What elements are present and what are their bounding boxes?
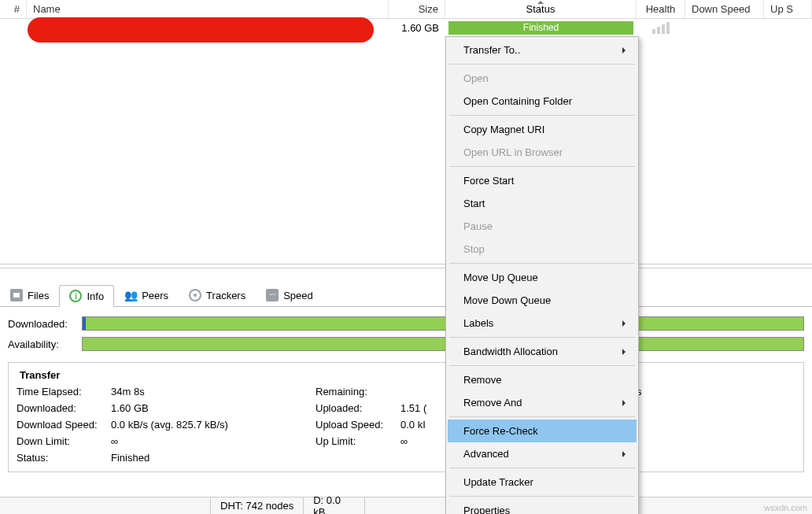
menu-open: Open [448,67,637,90]
column-header-status[interactable]: Status [445,0,637,18]
menu-transfer-to[interactable]: Transfer To.. [448,39,637,61]
column-header-downspeed[interactable]: Down Speed [685,0,764,18]
menu-stop: Stop [448,238,637,261]
time-elapsed-label: Time Elapsed: [17,386,111,398]
column-header-status-label: Status [526,3,555,15]
sort-ascending-icon [537,0,544,4]
status-label: Status: [17,452,111,464]
tab-files[interactable]: Files [0,284,59,306]
downloaded-bar-label: Downloaded: [8,318,76,330]
tab-peers-label: Peers [142,290,168,301]
menu-move-up-queue[interactable]: Move Up Queue [448,266,637,289]
menu-properties[interactable]: Properties [448,499,637,514]
chevron-right-icon [622,320,629,327]
menu-separator [449,166,635,167]
menu-force-start[interactable]: Force Start [448,169,637,192]
menu-move-down-queue[interactable]: Move Down Queue [448,289,637,312]
downloaded-bar [82,316,804,331]
speed-icon: 〰 [266,289,279,301]
tab-trackers-label: Trackers [206,290,245,301]
chevron-right-icon [622,47,629,54]
uploaded-label: Uploaded: [316,402,400,414]
menu-update-tracker[interactable]: Update Tracker [448,471,637,494]
menu-separator [449,496,635,497]
tab-info-label: Info [87,290,104,302]
menu-separator [449,115,635,116]
menu-separator [449,337,635,338]
down-limit-value: ∞ [111,435,316,447]
tab-speed[interactable]: 〰Speed [256,284,323,306]
info-icon: i [69,290,82,302]
tab-trackers[interactable]: Trackers [179,284,256,306]
column-header-row: # Name Size Status Health Down Speed Up … [0,0,812,19]
chevron-right-icon [622,349,629,355]
availability-bar-row: Availability: [8,334,804,354]
time-elapsed-value: 34m 8s [111,386,316,398]
download-speed-label: Download Speed: [17,419,111,431]
downloaded-label: Downloaded: [17,402,111,414]
menu-separator [449,416,635,417]
torrent-list: # Name Size Status Health Down Speed Up … [0,0,812,264]
column-header-upspeed[interactable]: Up S [764,0,812,18]
transfer-legend: Transfer [17,369,63,381]
chevron-right-icon [622,400,629,406]
tab-peers[interactable]: 👥Peers [114,284,179,306]
downloaded-bar-row: Downloaded: [8,313,804,334]
menu-copy-magnet-uri[interactable]: Copy Magnet URI [448,118,637,141]
details-tabs: Files iInfo 👥Peers Trackers 〰Speed [0,283,812,307]
redacted-name-overlay [28,17,374,43]
tab-speed-label: Speed [283,290,313,301]
status-dht[interactable]: DHT: 742 nodes [211,497,304,514]
status-down[interactable]: D: 0.0 kB [304,497,365,514]
menu-separator [449,365,635,366]
menu-remove[interactable]: Remove [448,368,637,391]
availability-bar-label: Availability: [8,338,76,350]
menu-start[interactable]: Start [448,192,637,215]
down-limit-label: Down Limit: [17,435,111,447]
torrent-size: 1.60 GB [389,22,445,34]
torrent-context-menu: Transfer To.. Open Open Containing Folde… [445,36,639,514]
health-bar-icon [662,24,665,34]
menu-remove-and[interactable]: Remove And [448,391,637,414]
status-value: Finished [111,452,316,464]
remaining-label: Remaining: [316,386,400,398]
column-header-index[interactable]: # [0,0,27,18]
torrent-progress-bar: Finished [448,21,633,35]
peers-icon: 👥 [124,289,137,301]
downloaded-value: 1.60 GB [111,402,316,414]
info-tab-body: Downloaded: Availability: Transfer Time … [0,307,812,480]
horizontal-splitter[interactable] [0,264,812,268]
status-bar: DHT: 742 nodes D: 0.0 kB B/s T: 18.9 MB [0,497,812,514]
transfer-group: Transfer Time Elapsed:34m 8s Remaining: … [8,362,804,472]
menu-labels[interactable]: Labels [448,312,637,335]
menu-labels-label: Labels [463,317,493,329]
upload-speed-label: Upload Speed: [316,419,400,431]
menu-open-containing-folder[interactable]: Open Containing Folder [448,90,637,113]
tab-info[interactable]: iInfo [59,285,114,307]
download-speed-value: 0.0 kB/s (avg. 825.7 kB/s) [111,419,316,431]
menu-open-url-in-browser: Open URL in Browser [448,141,637,164]
menu-bandwidth-allocation[interactable]: Bandwidth Allocation [448,340,637,363]
column-header-health[interactable]: Health [637,0,685,18]
menu-bandwidth-label: Bandwidth Allocation [463,346,558,357]
menu-force-recheck[interactable]: Force Re-Check [448,420,637,442]
menu-transfer-to-label: Transfer To.. [463,44,520,56]
menu-remove-and-label: Remove And [463,397,522,409]
tab-files-label: Files [28,290,49,301]
availability-bar [82,337,804,351]
health-bar-icon [657,27,660,34]
health-bar-icon [652,29,655,34]
menu-advanced-label: Advanced [463,448,509,460]
menu-separator [449,468,635,468]
health-bar-icon [666,22,670,34]
torrent-health [637,22,685,34]
chevron-right-icon [622,451,629,457]
column-header-name[interactable]: Name [27,0,389,18]
menu-advanced[interactable]: Advanced [448,442,637,465]
menu-separator [449,64,635,65]
menu-pause: Pause [448,215,637,238]
column-header-size[interactable]: Size [389,0,445,18]
torrent-status: Finished [445,21,637,35]
trackers-icon [189,289,201,301]
transfer-grid: Time Elapsed:34m 8s Remaining: ted:2.16 … [17,386,795,464]
